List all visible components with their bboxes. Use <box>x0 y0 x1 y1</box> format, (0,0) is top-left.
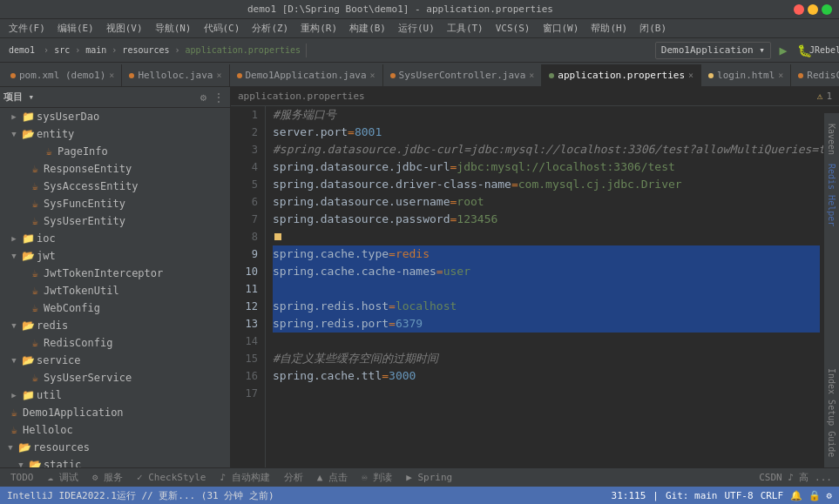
toolbar-src[interactable]: src <box>54 42 70 59</box>
menu-tools[interactable]: 工具(T) <box>442 20 489 37</box>
line-num-9: 9 <box>238 245 258 263</box>
tree-item-pageinfo[interactable]: ☕ PageInfo <box>0 143 230 160</box>
toolbar-project-select[interactable]: demo1 <box>5 42 38 59</box>
menu-code[interactable]: 代码(C) <box>199 20 246 37</box>
menu-file[interactable]: 文件(F) <box>3 20 51 37</box>
tree-item-service[interactable]: ▼ 📂 service <box>0 352 230 369</box>
code-editor[interactable]: 1 2 3 4 5 6 7 8 9 10 11 12 13 14 15 16 1… <box>231 106 839 467</box>
toolbar-main[interactable]: main <box>85 42 106 59</box>
tab-label-redisconfig: RedisConfig.java <box>807 70 839 81</box>
tree-item-ioc[interactable]: ▶ 📁 ioc <box>0 230 230 247</box>
menu-vcs[interactable]: VCS(S) <box>491 21 536 36</box>
tab-close-demo1app[interactable]: × <box>370 71 376 80</box>
bottom-todo[interactable]: TODO <box>7 471 37 484</box>
tree-item-jwtinterceptor[interactable]: ☕ JwtTokenInterceptor <box>0 265 230 282</box>
bottom-analyze[interactable]: 分析 <box>281 470 307 485</box>
menu-window[interactable]: 窗口(W) <box>538 20 585 37</box>
tab-sysuser[interactable]: SysUserController.java × <box>383 64 543 86</box>
code-eq-13: = <box>389 315 396 333</box>
code-line-13: spring.redis.port=6379 <box>273 315 820 333</box>
menu-help[interactable]: 帮助(H) <box>585 20 633 37</box>
code-eq-4: = <box>450 158 457 176</box>
code-val-6: root <box>457 193 484 211</box>
toolbar-file[interactable]: application.properties <box>186 42 301 59</box>
tab-label-helloloc: Helloloc.java <box>138 70 213 81</box>
tab-close-login[interactable]: × <box>778 71 783 80</box>
tab-close-helloloc[interactable]: × <box>216 71 221 80</box>
project-label: 项目 ▾ <box>3 91 34 104</box>
menu-navigate[interactable]: 导航(N) <box>150 20 197 37</box>
menu-view[interactable]: 视图(V) <box>101 20 148 37</box>
tree-item-helloloc[interactable]: ☕ Helloloc <box>0 421 230 439</box>
code-key-2: server.port <box>273 124 348 141</box>
tree-item-static[interactable]: ▼ 📂 static <box>0 456 230 467</box>
tree-item-redisconfig-java[interactable]: ☕ RedisConfig <box>0 334 230 352</box>
tree-item-entity[interactable]: ▼ 📂 entity <box>0 125 230 143</box>
bottom-click[interactable]: ▲ 点击 <box>314 470 351 485</box>
toolbar-resources[interactable]: resources <box>122 42 169 59</box>
tree-item-sysfunc[interactable]: ☕ SysFuncEntity <box>0 195 230 212</box>
warning-dot-line8 <box>274 233 281 240</box>
bottom-debug[interactable]: ☁ 调试 <box>44 470 82 485</box>
status-crlf[interactable]: CRLF <box>761 490 784 501</box>
tab-login[interactable]: login.html × <box>701 64 791 86</box>
menu-run[interactable]: 运行(U) <box>393 20 440 37</box>
code-comment-15: #自定义某些缓存空间的过期时间 <box>273 350 438 367</box>
icon-webconfig: ☕ <box>28 302 42 314</box>
menu-refactor[interactable]: 重构(R) <box>295 20 342 37</box>
bottom-checkstyle[interactable]: ✓ CheckStyle <box>133 471 209 484</box>
close-btn[interactable] <box>794 4 804 15</box>
tab-appprops[interactable]: application.properties × <box>542 64 701 86</box>
status-pos[interactable]: 31:115 <box>612 490 646 501</box>
code-key-12: spring.redis.host <box>273 298 389 315</box>
tree-item-sysuser-entity[interactable]: ☕ SysUserEntity <box>0 212 230 230</box>
warning-count: 1 <box>826 91 832 102</box>
tree-item-responseentity[interactable]: ☕ ResponseEntity <box>0 160 230 178</box>
tab-close-sysuser[interactable]: × <box>529 71 534 80</box>
code-content[interactable]: #服务端口号 server.port=8001 #spring.datasour… <box>266 106 827 467</box>
tree-item-sysuserdao[interactable]: ▶ 📁 sysUserDao <box>0 108 230 125</box>
code-line-7: spring.datasource.password=123456 <box>273 211 820 228</box>
tree-item-webconfig[interactable]: ☕ WebConfig <box>0 299 230 317</box>
run-config-select[interactable]: Demo1Application ▾ <box>655 42 771 59</box>
sidebar-sync-btn[interactable]: ⚙ <box>198 91 209 104</box>
tree-item-sysaccess[interactable]: ☕ SysAccessEntity <box>0 178 230 195</box>
tree-item-demo1app[interactable]: ☕ Demo1Application <box>0 404 230 421</box>
tab-redisconfig[interactable]: RedisConfig.java × <box>791 64 839 86</box>
run-btn[interactable]: ▶ <box>775 42 792 59</box>
tree-item-jwtutil[interactable]: ☕ JwtTokenUtil <box>0 282 230 299</box>
bottom-service[interactable]: ⚙ 服务 <box>89 470 126 485</box>
tab-close-appprops[interactable]: × <box>688 71 694 80</box>
tree-item-util[interactable]: ▶ 📁 util <box>0 386 230 404</box>
menu-analyze[interactable]: 分析(Z) <box>247 20 294 37</box>
status-bar: IntelliJ IDEA2022.1运行 // 更新... (31 分钟 之前… <box>0 487 839 504</box>
maximize-btn[interactable] <box>822 4 832 15</box>
bottom-judge[interactable]: ♾ 判读 <box>358 470 396 485</box>
label-redis: redis <box>37 319 68 332</box>
line-num-8: 8 <box>238 228 258 245</box>
label-redisconfig-java: RedisConfig <box>44 337 112 349</box>
bottom-autobuild[interactable]: ♪ 自动构建 <box>216 470 273 485</box>
menu-close[interactable]: 闭(B) <box>634 20 672 37</box>
tree-item-jwt[interactable]: ▼ 📂 jwt <box>0 247 230 265</box>
tab-close-pom[interactable]: × <box>109 71 114 80</box>
tab-helloloc[interactable]: Helloloc.java × <box>122 64 229 86</box>
sidebar-gear-btn[interactable]: ⋮ <box>211 91 227 104</box>
tab-pom[interactable]: pom.xml (demo1) × <box>3 64 122 86</box>
side-tool-index[interactable]: Index Setup Guide <box>826 365 837 460</box>
tree-item-sysuserservice[interactable]: ☕ SysUserService <box>0 369 230 386</box>
sidebar: 项目 ▾ ⚙ ⋮ ▶ 📁 sysUserDao ▼ 📂 entity ☕ Pag… <box>0 87 231 467</box>
status-encoding[interactable]: UTF-8 <box>725 490 754 501</box>
tab-dot-login <box>708 73 714 78</box>
side-tool-redis[interactable]: Redis Helper <box>826 160 837 230</box>
tab-demo1app[interactable]: Demo1Application.java × <box>230 64 383 86</box>
jrebel-btn[interactable]: JRebel <box>816 42 834 59</box>
bottom-spring[interactable]: ▶ Spring <box>403 471 456 484</box>
tree-item-redis[interactable]: ▼ 📂 redis <box>0 317 230 334</box>
status-git[interactable]: Git: main <box>666 490 718 501</box>
minimize-btn[interactable] <box>808 4 818 15</box>
menu-edit[interactable]: 编辑(E) <box>52 20 99 37</box>
tree-item-resources[interactable]: ▼ 📂 resources <box>0 439 230 456</box>
side-tool-kaveen[interactable]: Kaveen <box>826 120 837 158</box>
menu-build[interactable]: 构建(B) <box>344 20 391 37</box>
